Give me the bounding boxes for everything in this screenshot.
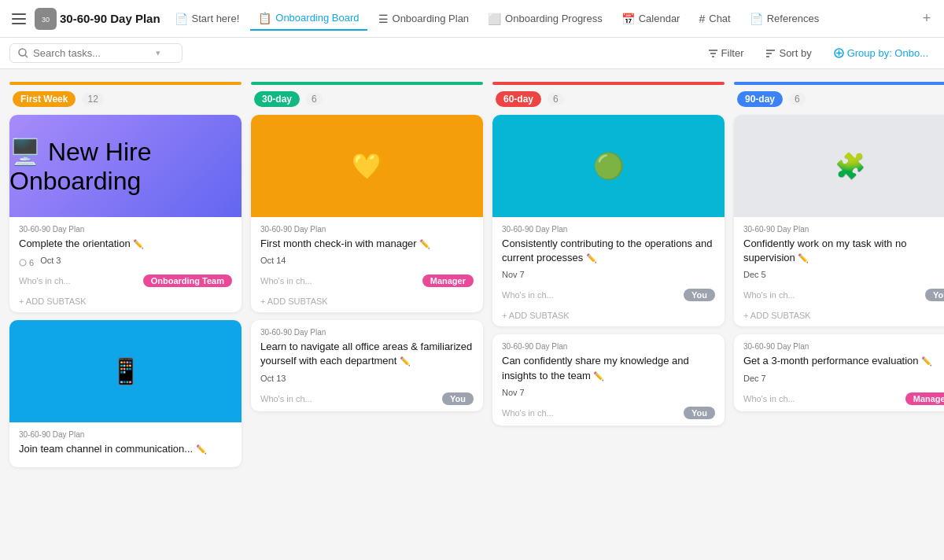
who-label: Who's in ch... bbox=[260, 394, 312, 403]
add-tab-button[interactable]: + bbox=[916, 8, 938, 30]
col-top-bar bbox=[734, 82, 944, 85]
card-date: Nov 7 bbox=[502, 270, 525, 279]
edit-icon: ✏️ bbox=[798, 253, 809, 263]
tab-references[interactable]: 📄 References bbox=[742, 8, 827, 30]
plan-icon: ☰ bbox=[378, 13, 389, 25]
card-meta: Nov 7 bbox=[502, 388, 715, 402]
calendar-icon: 📅 bbox=[621, 13, 635, 25]
task-card[interactable]: 30-60-90 Day Plan Can confidently share … bbox=[492, 334, 725, 425]
card-project: 30-60-90 Day Plan bbox=[19, 430, 232, 439]
assignee-badge: Manager bbox=[422, 274, 474, 287]
card-project: 30-60-90 Day Plan bbox=[260, 225, 474, 234]
add-subtask-button[interactable]: + ADD SUBTASK bbox=[9, 293, 242, 312]
card-footer: Who's in ch... You bbox=[743, 289, 944, 301]
card-meta: Nov 7 bbox=[502, 270, 715, 284]
card-title: Get a 3-month performance evaluation ✏️ bbox=[743, 354, 944, 368]
column-header: 90-day 6 bbox=[734, 91, 944, 107]
card-body: 30-60-90 Day Plan First month check-in w… bbox=[251, 217, 483, 293]
col-badge: 90-day bbox=[737, 91, 783, 107]
col-count: 6 bbox=[306, 93, 323, 105]
task-card[interactable]: 📱 30-60-90 Day Plan Join team channel in… bbox=[9, 320, 242, 467]
card-meta: Oct 14 bbox=[260, 256, 474, 270]
col-badge: 60-day bbox=[496, 91, 541, 107]
svg-rect-1 bbox=[12, 18, 26, 20]
column-90-day: 90-day 6 🧩 30-60-90 Day Plan Confidently… bbox=[734, 82, 944, 547]
column-header: First Week 12 bbox=[9, 91, 242, 107]
task-card[interactable]: 🧩 30-60-90 Day Plan Confidently work on … bbox=[734, 115, 944, 326]
card-project: 30-60-90 Day Plan bbox=[260, 328, 474, 337]
board: First Week 12 🖥️ New Hire Onboarding 30-… bbox=[0, 69, 944, 560]
who-label: Who's in ch... bbox=[743, 290, 795, 300]
add-subtask-button[interactable]: + ADD SUBTASK bbox=[492, 308, 725, 326]
top-nav: 30 30-60-90 Day Plan 📄 Start here! 📋 Onb… bbox=[0, 0, 944, 38]
who-label: Who's in ch... bbox=[260, 276, 312, 286]
card-project: 30-60-90 Day Plan bbox=[19, 225, 232, 234]
card-body: 30-60-90 Day Plan Consistently contribut… bbox=[492, 217, 725, 308]
edit-icon: ✏️ bbox=[593, 371, 604, 381]
column-header: 30-day 6 bbox=[251, 91, 483, 107]
svg-rect-2 bbox=[12, 23, 26, 24]
card-image: 📱 bbox=[9, 320, 242, 422]
search-input[interactable] bbox=[33, 47, 151, 59]
card-meta: Dec 7 bbox=[743, 374, 944, 388]
filter-button[interactable]: Filter bbox=[702, 44, 750, 62]
assignee-badge: You bbox=[684, 289, 715, 301]
card-body: 30-60-90 Day Plan Complete the orientati… bbox=[9, 217, 242, 293]
search-chevron-icon: ▾ bbox=[156, 48, 160, 58]
references-icon: 📄 bbox=[750, 13, 763, 25]
card-title: Consistently contributing to the operati… bbox=[502, 237, 715, 265]
assignee-badge: You bbox=[684, 407, 715, 419]
task-card[interactable]: 🟢 30-60-90 Day Plan Consistently contrib… bbox=[492, 115, 725, 326]
tab-onboarding-board[interactable]: 📋 Onboarding Board bbox=[250, 7, 367, 31]
col-count: 12 bbox=[82, 93, 103, 105]
assignee-badge: You bbox=[442, 392, 474, 405]
tab-start[interactable]: 📄 Start here! bbox=[167, 8, 248, 30]
add-subtask-button[interactable]: + ADD SUBTASK bbox=[734, 308, 944, 326]
card-body: 30-60-90 Day Plan Can confidently share … bbox=[492, 334, 725, 425]
assignee-badge: Onboarding Team bbox=[143, 274, 232, 287]
card-image: 🧩 bbox=[734, 115, 944, 217]
card-title: Learn to navigate all office areas & fam… bbox=[260, 340, 474, 368]
card-title: Confidently work on my task with no supe… bbox=[743, 237, 944, 265]
col-badge: First Week bbox=[13, 91, 76, 107]
column-30-day: 30-day 6 💛 30-60-90 Day Plan First month… bbox=[251, 82, 483, 547]
card-image: 💛 bbox=[251, 115, 483, 217]
card-body: 30-60-90 Day Plan Join team channel in c… bbox=[9, 422, 242, 467]
tab-onboarding-progress[interactable]: ⬜ Onboarding Progress bbox=[480, 8, 610, 30]
tab-onboarding-plan[interactable]: ☰ Onboarding Plan bbox=[371, 8, 478, 30]
search-icon bbox=[18, 48, 28, 58]
edit-icon: ✏️ bbox=[400, 356, 411, 366]
column-header: 60-day 6 bbox=[492, 91, 725, 107]
col-count: 6 bbox=[548, 93, 564, 105]
task-card[interactable]: 30-60-90 Day Plan Learn to navigate all … bbox=[251, 320, 483, 411]
tab-chat[interactable]: # Chat bbox=[691, 8, 738, 30]
group-button[interactable]: Group by: Onbo... bbox=[828, 44, 935, 62]
toolbar-right: Filter Sort by Group by: Onbo... bbox=[702, 44, 935, 62]
card-footer: Who's in ch... You bbox=[502, 289, 715, 301]
card-title: Complete the orientation ✏️ bbox=[19, 237, 232, 251]
assignee-badge: Manager bbox=[905, 392, 944, 405]
card-meta: Dec 5 bbox=[743, 270, 944, 284]
edit-icon: ✏️ bbox=[921, 356, 932, 366]
progress-icon: ⬜ bbox=[488, 13, 501, 25]
col-top-bar bbox=[9, 82, 242, 85]
task-card[interactable]: 💛 30-60-90 Day Plan First month check-in… bbox=[251, 115, 483, 312]
assignee-badge: You bbox=[925, 289, 944, 301]
card-date: Dec 7 bbox=[743, 374, 766, 383]
col-count: 6 bbox=[789, 93, 806, 105]
col-top-bar bbox=[251, 82, 483, 85]
hamburger-menu[interactable] bbox=[6, 6, 31, 31]
task-card[interactable]: 🖥️ New Hire Onboarding 30-60-90 Day Plan… bbox=[9, 115, 242, 312]
who-label: Who's in ch... bbox=[502, 408, 554, 418]
sort-button[interactable]: Sort by bbox=[759, 44, 817, 62]
tab-calendar[interactable]: 📅 Calendar bbox=[614, 8, 688, 30]
who-label: Who's in ch... bbox=[19, 276, 71, 286]
task-card[interactable]: 30-60-90 Day Plan Get a 3-month performa… bbox=[734, 334, 944, 411]
edit-icon: ✏️ bbox=[133, 239, 144, 249]
search-box[interactable]: ▾ bbox=[9, 43, 183, 63]
sort-icon bbox=[765, 49, 776, 57]
card-date: Oct 14 bbox=[260, 256, 286, 265]
group-icon bbox=[834, 48, 844, 58]
svg-point-16 bbox=[20, 260, 26, 266]
add-subtask-button[interactable]: + ADD SUBTASK bbox=[251, 293, 483, 312]
